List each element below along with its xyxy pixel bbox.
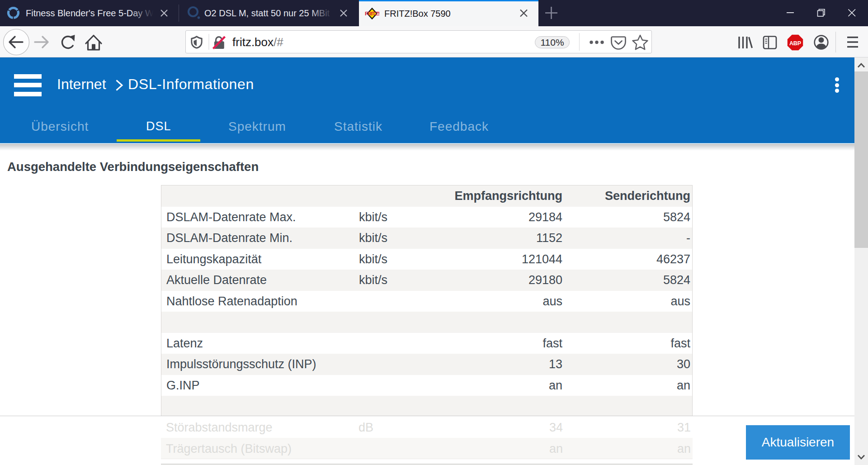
svg-text:ABP: ABP xyxy=(789,39,802,47)
svg-text:FRITZ!: FRITZ! xyxy=(365,11,379,16)
